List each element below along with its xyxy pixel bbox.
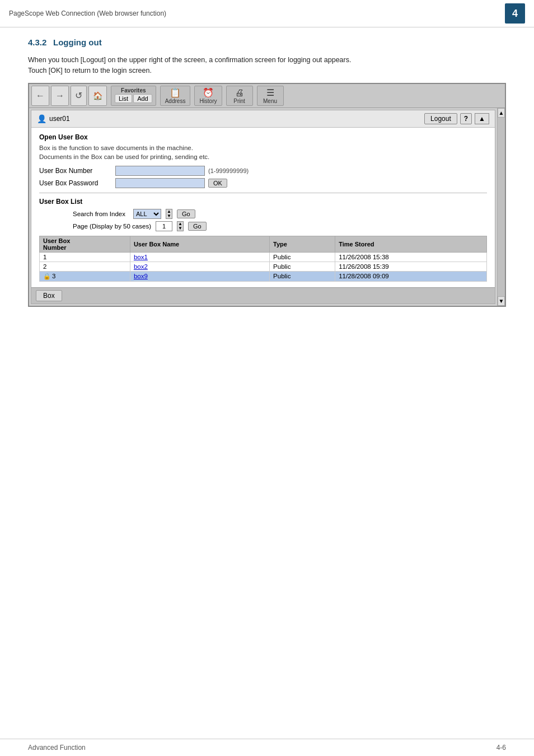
footer-right: 4-6 [496,744,506,752]
cell-name[interactable]: box2 [130,262,269,271]
history-label: History [199,98,217,104]
address-icon: 📋 [170,87,181,98]
menu-button[interactable]: ☰ Menu [257,86,284,106]
user-box-password-label: User Box Password [39,179,112,187]
user-header: 👤 user01 Logout ? ▲ [31,110,495,128]
user-box-list-label: User Box List [39,198,487,206]
cell-time-stored: 11/28/2008 09:09 [335,271,487,281]
cell-type: Public [270,262,335,271]
page-scope-label: PageScope Web Connection (Web browser fu… [9,10,166,17]
search-go-button[interactable]: Go [177,209,195,218]
menu-label: Menu [263,98,277,104]
favorites-add-button[interactable]: Add [133,94,152,103]
address-button[interactable]: 📋 Address [160,86,191,106]
col-type: Type [270,236,335,252]
history-icon: ⏰ [203,87,214,98]
favorites-label: Favorites [121,87,146,94]
section-description: When you touch [Logout] on the upper rig… [0,50,534,83]
user-box-number-row: User Box Number (1-999999999) [39,166,487,176]
main-content: Open User Box Box is the function to sav… [31,128,495,287]
menu-icon: ☰ [266,87,274,98]
user-box-password-input[interactable] [115,178,205,188]
history-button[interactable]: ⏰ History [194,86,222,106]
help-button[interactable]: ? [460,113,472,124]
username-label: user01 [49,115,70,123]
print-button[interactable]: 🖨 Print [226,86,253,106]
scroll-up-arrow[interactable]: ▲ [498,108,505,118]
content-area: 👤 user01 Logout ? ▲ Open User Box [29,108,497,306]
print-icon: 🖨 [235,87,244,98]
cell-name[interactable]: box9 [130,271,269,281]
print-label: Print [233,98,245,104]
box-name-link[interactable]: box2 [134,263,148,270]
box-tab[interactable]: Box [36,290,62,301]
page-footer: Advanced Function 4-6 [0,739,534,756]
box-name-link[interactable]: box9 [134,273,148,279]
search-index-dropdown[interactable]: ALL [133,209,161,219]
user-box-password-row: User Box Password OK [39,178,487,188]
scrollbar[interactable]: ▲ ▼ [497,108,505,306]
open-user-box-title: Open User Box [39,133,487,141]
page-display-row: Page (Display by 50 cases) ▲ ▼ Go [73,221,487,231]
user-box-number-input[interactable] [115,166,205,176]
page-number-input[interactable] [156,221,172,231]
cell-time-stored: 11/26/2008 15:38 [335,252,487,262]
box-name-link[interactable]: box1 [134,254,148,260]
cell-number: 1 [40,252,130,262]
open-user-box-desc: Box is the function to save documents in… [39,143,487,161]
favorites-section: Favorites List Add [111,86,156,106]
address-label: Address [165,98,186,104]
table-row[interactable]: 🔒3box9Public11/28/2008 09:09 [40,271,487,281]
user-info: 👤 user01 [37,114,70,123]
table-row[interactable]: 1box1Public11/26/2008 15:38 [40,252,487,262]
col-time-stored: Time Stored [335,236,487,252]
user-actions: Logout ? ▲ [424,113,489,124]
browser-scroll-area: 👤 user01 Logout ? ▲ Open User Box [29,108,505,306]
cell-name[interactable]: box1 [130,252,269,262]
cell-number: 2 [40,262,130,271]
page-go-button[interactable]: Go [188,222,207,231]
col-number: User BoxNumber [40,236,130,252]
browser-container: ← → ↺ 🏠 Favorites List Add 📋 Address [28,83,506,307]
favorites-list-button[interactable]: List [115,94,132,103]
section-heading: 4.3.2 Logging out [0,27,534,50]
user-box-number-label: User Box Number [39,167,112,175]
search-spinner[interactable]: ▲ ▼ [166,209,172,218]
home-icon: 🏠 [93,91,102,100]
divider [39,193,487,193]
browser-content: 👤 user01 Logout ? ▲ Open User Box [31,110,495,304]
col-name: User Box Name [130,236,269,252]
cell-time-stored: 11/26/2008 15:39 [335,262,487,271]
lock-icon: 🔒 [43,273,51,279]
section-title: Logging out [53,38,102,47]
cell-number: 🔒3 [40,271,130,281]
scroll-up-button[interactable]: ▲ [475,113,489,124]
table-row[interactable]: 2box2Public11/26/2008 15:39 [40,262,487,271]
refresh-button[interactable]: ↺ [71,86,87,106]
page-spinner[interactable]: ▲ ▼ [177,222,183,231]
cell-type: Public [270,252,335,262]
logout-button[interactable]: Logout [424,113,457,124]
cell-type: Public [270,271,335,281]
search-from-index-row: Search from Index ALL ▲ ▼ Go [73,209,487,219]
forward-button[interactable]: → [51,86,69,106]
home-button[interactable]: 🏠 [88,86,107,106]
scroll-down-arrow[interactable]: ▼ [498,296,505,306]
user-box-number-hint: (1-999999999) [208,167,249,174]
browser-toolbar: ← → ↺ 🏠 Favorites List Add 📋 Address [29,84,505,108]
user-icon: 👤 [37,114,46,123]
page-display-label: Page (Display by 50 cases) [73,223,151,230]
section-number: 4.3.2 [28,38,46,47]
footer-left: Advanced Function [28,744,86,752]
ok-button[interactable]: OK [208,179,227,188]
bottom-bar: Box [31,287,495,304]
user-box-table: User BoxNumber User Box Name Type Time S… [39,236,487,282]
search-from-index-label: Search from Index [73,211,129,217]
page-number-badge: 4 [505,3,525,24]
top-bar: PageScope Web Connection (Web browser fu… [0,0,534,27]
back-button[interactable]: ← [31,86,49,106]
scroll-track [498,118,505,296]
